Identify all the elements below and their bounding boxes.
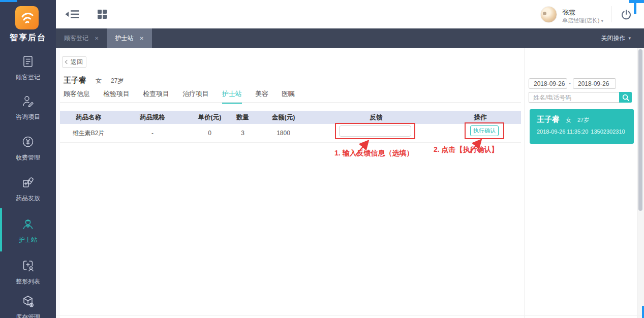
tab-lab-tests[interactable]: 检验项目: [103, 89, 130, 104]
surgery-list-icon: [0, 258, 56, 273]
back-button[interactable]: 返回: [62, 56, 86, 68]
panel-divider: [525, 48, 525, 318]
col-header-feedback: 反馈: [313, 113, 440, 122]
close-operations-dropdown[interactable]: 关闭操作 ▾: [601, 28, 644, 48]
search-icon: [622, 94, 629, 101]
blue-annotation-artifact-bottomright: [642, 306, 644, 318]
fee-icon: [0, 134, 56, 149]
patient-name: 王子睿: [64, 76, 86, 85]
date-from-input[interactable]: [529, 78, 567, 89]
card-patient-gender: 女: [566, 116, 571, 124]
tab-beauty[interactable]: 美容: [255, 89, 268, 104]
blue-annotation-artifact-topleft: [0, 0, 17, 2]
execute-confirm-button[interactable]: 执行确认: [470, 125, 499, 136]
sidebar-item-consult-projects[interactable]: 咨询项目: [0, 93, 56, 121]
back-chevron-icon: [65, 60, 69, 64]
table-row: 维生素B2片 - 0 3 1800: [60, 124, 521, 143]
app-title: 智享后台: [0, 33, 56, 43]
sidebar-item-inventory[interactable]: 库存管理: [0, 294, 56, 318]
collapse-menu-icon[interactable]: [65, 9, 79, 21]
date-to-input[interactable]: [573, 78, 616, 89]
workspace-tab-label: 护士站: [115, 34, 133, 43]
workspace-tab-label: 顾客登记: [64, 34, 88, 43]
bottom-divider: [56, 315, 644, 316]
search-input[interactable]: [529, 92, 619, 103]
back-button-label: 返回: [71, 58, 83, 67]
sidebar-item-surgery-list[interactable]: 整形列表: [0, 258, 56, 286]
card-patient-name: 王子睿: [537, 115, 560, 124]
sidebar-item-label: 库存管理: [0, 313, 56, 318]
patient-gender: 女: [96, 77, 102, 85]
cell-quantity: 3: [231, 130, 254, 137]
annotation-step2: 2. 点击【执行确认】: [434, 145, 499, 154]
date-separator: -: [569, 80, 571, 87]
cell-drug-spec: -: [117, 130, 188, 137]
tab-nurse-station[interactable]: 护士站: [222, 89, 242, 104]
patient-summary: 王子睿 女 27岁: [64, 76, 124, 85]
nurse-station-icon: [0, 216, 56, 232]
user-role-label: 单店经理(店长): [562, 17, 599, 23]
annotation-step1: 1. 输入反馈信息（选填）: [334, 149, 414, 158]
sidebar-item-customer-register[interactable]: 顾客登记: [0, 54, 56, 82]
sidebar: 智享后台 顾客登记 咨询项目: [0, 0, 56, 318]
cell-unit-price: 0: [188, 130, 231, 137]
tab-medical-advice[interactable]: 医嘱: [282, 89, 295, 104]
sidebar-item-label: 收费管理: [0, 153, 56, 162]
close-icon[interactable]: ✕: [95, 36, 99, 41]
col-header-drug-spec: 药品规格: [117, 113, 188, 122]
blue-annotation-artifact-topright: [629, 0, 644, 3]
search-button[interactable]: [619, 92, 632, 103]
tab-customer-info[interactable]: 顾客信息: [64, 89, 90, 104]
sidebar-item-drug-dispense[interactable]: 药品发放: [0, 175, 56, 203]
drug-dispense-icon: [0, 175, 56, 190]
cell-drug-name: 维生素B2片: [60, 129, 117, 138]
drug-table-header: 药品名称 药品规格 单价(元) 数量 金额(元) 反馈 操作: [60, 111, 521, 124]
card-phone: 13502302310: [591, 129, 625, 135]
card-visit-datetime: 2018-09-26 11:35:20: [537, 129, 588, 135]
patient-card[interactable]: 王子睿 女 27岁 2018-09-26 11:35:20 1350230231…: [530, 109, 634, 144]
app-logo: [15, 6, 39, 29]
inventory-icon: [0, 294, 56, 309]
feedback-input[interactable]: [339, 125, 411, 137]
sidebar-item-label: 护士站: [0, 236, 56, 244]
sidebar-item-label: 顾客登记: [0, 73, 56, 82]
workspace-tab-customer-register[interactable]: 顾客登记 ✕: [56, 28, 107, 48]
col-header-amount: 金额(元): [254, 113, 313, 122]
scrollbar-thumb[interactable]: [638, 49, 642, 211]
patient-age: 27岁: [111, 77, 124, 85]
workspace-tabbar: 顾客登记 ✕ 护士站 ✕ 关闭操作 ▾: [56, 28, 644, 48]
user-name: 张霖: [562, 8, 575, 17]
sidebar-item-label: 咨询项目: [0, 113, 56, 121]
sidebar-item-label: 整形列表: [0, 277, 56, 286]
user-role-dropdown[interactable]: 单店经理(店长) ▾: [562, 17, 603, 24]
annotation-highlight-confirm: 执行确认: [465, 122, 504, 139]
col-header-action: 操作: [440, 113, 521, 122]
col-header-drug-name: 药品名称: [60, 113, 117, 122]
logout-power-icon[interactable]: [621, 9, 632, 22]
register-icon: [0, 54, 56, 69]
col-header-unit-price: 单价(元): [188, 113, 231, 122]
sidebar-item-fee-management[interactable]: 收费管理: [0, 134, 56, 162]
sidebar-item-nurse-station[interactable]: 护士站: [0, 216, 56, 244]
cell-amount: 1800: [254, 130, 313, 137]
card-patient-age: 27岁: [577, 116, 589, 124]
grid-apps-icon[interactable]: [98, 10, 107, 21]
annotation-highlight-feedback: [335, 123, 415, 139]
tab-exam-items[interactable]: 检查项目: [143, 89, 169, 104]
user-avatar[interactable]: [540, 6, 557, 23]
tabs-divider: [60, 102, 521, 103]
tab-treatment-items[interactable]: 治疗项目: [182, 89, 209, 104]
close-operations-label: 关闭操作: [601, 34, 625, 43]
content-gutter: [56, 48, 60, 318]
workspace-tab-nurse-station[interactable]: 护士站 ✕: [107, 28, 151, 48]
caret-down-icon: ▾: [601, 18, 603, 23]
sidebar-item-label: 药品发放: [0, 194, 56, 203]
patient-detail-tabs: 顾客信息 检验项目 检查项目 治疗项目 护士站 美容 医嘱: [64, 89, 295, 104]
wifi-logo-icon: [19, 10, 35, 26]
col-header-quantity: 数量: [231, 113, 254, 122]
app-window: 智享后台 顾客登记 咨询项目: [0, 0, 644, 318]
blue-annotation-artifact-topright: [634, 0, 636, 14]
caret-down-icon: ▾: [628, 36, 631, 41]
consult-icon: [0, 93, 56, 109]
close-icon[interactable]: ✕: [139, 36, 143, 41]
